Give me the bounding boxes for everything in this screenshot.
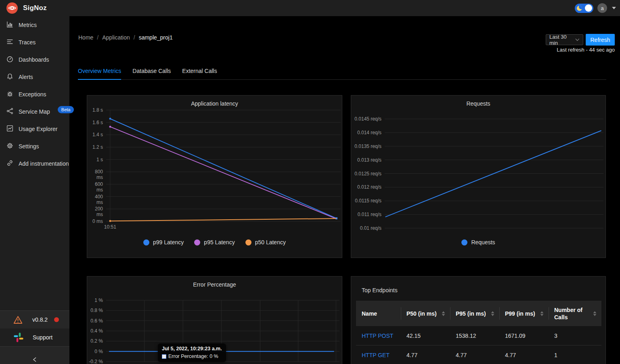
sidebar-item-label: Service Map — [19, 108, 50, 115]
endpoint-link[interactable]: HTTP GET — [362, 352, 390, 358]
cell-p95: 1538.12 — [450, 326, 499, 345]
series-line-requests — [385, 131, 601, 217]
y-axis-label: 200 ms — [87, 206, 103, 217]
y-axis-label: 0.013 req/s — [351, 157, 381, 163]
cell-calls: 1 — [549, 345, 601, 364]
breadcrumb: Home / Application / sample_proj1 — [78, 34, 173, 41]
legend-label: p99 Latency — [153, 239, 184, 245]
switch-knob — [585, 4, 592, 12]
line-chart-icon — [6, 125, 13, 133]
sidebar-item-usage-explorer[interactable]: Usage Explorer — [0, 120, 69, 137]
refresh-button[interactable]: Refresh — [586, 34, 615, 46]
cell-name: HTTP POST — [356, 326, 401, 345]
y-axis-label: 0 % — [87, 349, 103, 354]
sidebar-item-label: Metrics — [19, 22, 37, 28]
column-header-name: Name — [356, 301, 401, 326]
time-range-value: Last 30 min — [549, 34, 575, 46]
column-header-p95-in-ms-[interactable]: P95 (in ms) — [450, 301, 499, 326]
signoz-app-window: SigNoz a MetricsTracesDashboardsAlertsEx… — [0, 0, 620, 364]
sidebar-item-dashboards[interactable]: Dashboards — [0, 51, 69, 68]
cell-p50: 42.15 — [401, 326, 450, 345]
card-error-percentage: Error Percentage 1 %0.8 %0.6 %0.4 %0.2 %… — [87, 276, 342, 364]
sidebar-item-label: Add instrumentation — [19, 160, 69, 167]
breadcrumb-home-link[interactable]: Home — [78, 34, 93, 41]
legend-label: Requests — [471, 239, 495, 245]
panel-title: Top Endpoints — [362, 287, 398, 293]
legend-item-p50-latency[interactable]: p50 Latency — [245, 239, 286, 245]
tooltip-date: Jul 5, 2022, 10:29:23 a.m. — [162, 346, 222, 352]
sidebar-item-label: Alerts — [19, 74, 33, 80]
column-header-label: P99 (in ms) — [505, 310, 535, 317]
sidebar-item-add-instrumentation[interactable]: Add instrumentation — [0, 155, 69, 172]
last-refresh-text: Last refresh - 44 sec ago — [557, 47, 615, 53]
column-header-p50-in-ms-[interactable]: P50 (in ms) — [401, 301, 450, 326]
version-label: v0.8.2 — [32, 316, 48, 323]
tooltip-label: Error Percentage: 0 % — [168, 354, 218, 359]
legend-item-p99-latency[interactable]: p99 Latency — [143, 239, 184, 245]
y-axis-label: 0.4 % — [87, 328, 103, 334]
legend-item-requests[interactable]: Requests — [461, 239, 495, 245]
y-axis-label: 1 % — [87, 297, 103, 303]
y-axis-label: 0.014 req/s — [351, 130, 381, 135]
sidebar-item-exceptions[interactable]: Exceptions — [0, 85, 69, 103]
dark-mode-toggle[interactable] — [575, 4, 593, 13]
y-axis-label: 0.0145 req/s — [351, 116, 381, 122]
sidebar-menu: MetricsTracesDashboardsAlertsExceptionsS… — [0, 16, 69, 172]
y-axis-label: 0.01 req/s — [351, 225, 381, 231]
tab-external-calls[interactable]: External Calls — [182, 64, 217, 80]
column-header-p99-in-ms-[interactable]: P99 (in ms) — [499, 301, 549, 326]
breadcrumb-current: sample_proj1 — [139, 34, 173, 41]
y-axis-label: 0.0125 req/s — [351, 171, 381, 177]
alert-bell-icon — [6, 73, 13, 81]
sidebar-item-support[interactable]: Support — [0, 329, 69, 346]
chevron-down-icon — [575, 38, 580, 41]
cell-calls: 3 — [549, 326, 601, 345]
time-range-select[interactable]: Last 30 min — [546, 34, 583, 45]
support-label: Support — [33, 334, 52, 341]
breadcrumb-application-link[interactable]: Application — [102, 34, 130, 41]
user-avatar[interactable]: a — [597, 3, 607, 13]
sidebar: MetricsTracesDashboardsAlertsExceptionsS… — [0, 16, 69, 364]
sidebar-item-label: Usage Explorer — [19, 126, 58, 132]
card-top-endpoints: Top Endpoints NameP50 (in ms)P95 (in ms)… — [351, 276, 606, 364]
chevron-down-icon[interactable] — [612, 7, 616, 9]
sidebar-item-traces[interactable]: Traces — [0, 33, 69, 51]
sidebar-item-service-map[interactable]: Service MapBeta — [0, 103, 69, 120]
signoz-logo[interactable]: SigNoz — [6, 2, 47, 14]
legend-item-p95-latency[interactable]: p95 Latency — [194, 239, 235, 245]
y-axis-label: 600 ms — [87, 181, 103, 193]
chart-tooltip: Jul 5, 2022, 10:29:23 a.m.Error Percenta… — [158, 343, 226, 362]
sidebar-item-alerts[interactable]: Alerts — [0, 68, 69, 85]
legend-swatch — [461, 239, 467, 245]
y-axis-label: 0.6 % — [87, 318, 103, 324]
bug-icon — [6, 90, 13, 98]
link-icon — [6, 160, 13, 168]
series-line-p50-latency — [110, 218, 337, 221]
gear-icon — [6, 142, 13, 150]
sidebar-item-label: Exceptions — [19, 91, 46, 98]
y-axis-label: 1.4 s — [87, 132, 103, 137]
endpoint-link[interactable]: HTTP POST — [362, 333, 393, 339]
y-axis-label: 0.0135 req/s — [351, 144, 381, 149]
main-content: Home / Application / sample_proj1 Last 3… — [69, 16, 620, 364]
tab-bar: Overview MetricsDatabase CallsExternal C… — [78, 64, 606, 80]
card-requests: Requests 0.0145 req/s0.014 req/s0.0135 r… — [351, 95, 606, 258]
legend-swatch — [245, 239, 251, 245]
sidebar-bottom: v0.8.2 Support — [0, 310, 69, 364]
sidebar-collapse-button[interactable] — [0, 346, 69, 364]
eye-logo-icon — [6, 2, 18, 14]
sidebar-item-metrics[interactable]: Metrics — [0, 16, 69, 33]
cell-p99: 4.77 — [499, 345, 549, 364]
header-controls: a — [575, 0, 616, 16]
y-axis-label: 0.0115 req/s — [351, 198, 381, 204]
version-row[interactable]: v0.8.2 — [0, 310, 69, 329]
tab-database-calls[interactable]: Database Calls — [132, 64, 171, 80]
sidebar-item-settings[interactable]: Settings — [0, 137, 69, 155]
x-axis-label: 10:51 — [98, 224, 122, 230]
sidebar-item-label: Traces — [19, 39, 36, 46]
tab-overview-metrics[interactable]: Overview Metrics — [78, 64, 121, 80]
y-axis-label: 800 ms — [87, 169, 103, 180]
cell-name: HTTP GET — [356, 345, 401, 364]
tooltip-swatch — [162, 354, 166, 359]
column-header-number-of-calls[interactable]: Number of Calls — [549, 301, 601, 326]
